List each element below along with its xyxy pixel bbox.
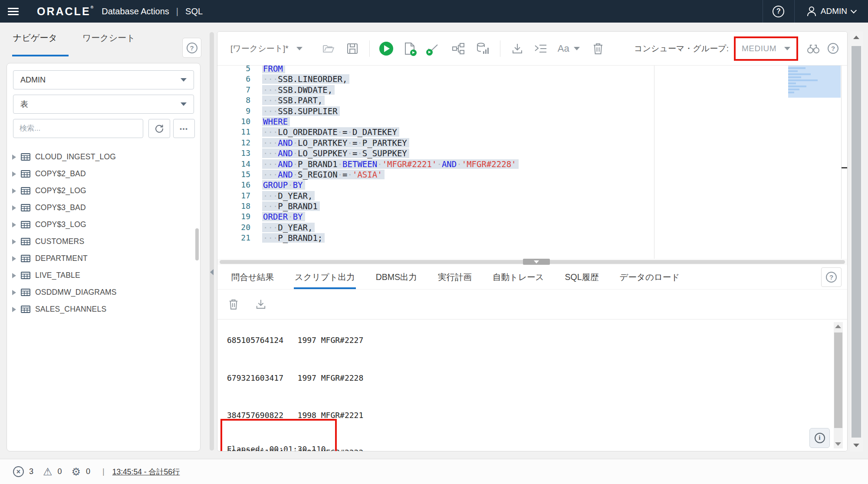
code-line[interactable]: 9 ···SSB.SUPPLIER	[217, 106, 847, 116]
consumer-group-caret-icon[interactable]	[784, 47, 790, 50]
save-icon[interactable]	[347, 43, 358, 54]
object-type-select[interactable]: 表	[13, 95, 194, 114]
code-line[interactable]: 13 ···AND·LO_SUPPKEY·=·S_SUPPKEY	[217, 148, 847, 158]
table-tree-item[interactable]: COPY$3_LOG	[7, 216, 194, 233]
expand-caret-icon[interactable]	[12, 290, 16, 295]
results-tab[interactable]: 実行計画	[437, 265, 473, 289]
table-tree-item[interactable]: COPY$2_LOG	[7, 182, 194, 199]
code-line[interactable]: 12 ···AND·LO_PARTKEY·=·P_PARTKEY	[217, 138, 847, 148]
more-options-button[interactable]	[173, 119, 195, 138]
scrollbar-thumb[interactable]	[834, 333, 842, 428]
panel-splitter-horizontal[interactable]	[217, 259, 847, 265]
results-tab[interactable]: SQL履歴	[564, 265, 599, 289]
output-scrollbar[interactable]	[834, 322, 843, 448]
run-script-button[interactable]	[404, 42, 415, 55]
panel-splitter-vertical[interactable]	[209, 31, 214, 451]
font-settings-button[interactable]: Aa	[558, 43, 569, 54]
expand-caret-icon[interactable]	[12, 171, 16, 177]
code-line[interactable]: 18 ···P_BRAND1	[217, 201, 847, 211]
refresh-button[interactable]	[148, 119, 170, 138]
last-execution-link[interactable]: 13:45:54 - 合計56行	[112, 467, 180, 477]
user-name: ADMIN	[821, 7, 847, 16]
table-tree-item[interactable]: LIVE_TABLE	[7, 267, 194, 284]
worksheet-menu-caret-icon[interactable]	[296, 47, 302, 50]
code-line[interactable]: 5 FROM	[217, 66, 847, 74]
code-line[interactable]: 17 ···D_YEAR,	[217, 191, 847, 201]
collapse-panel-handle-icon[interactable]	[210, 269, 214, 275]
results-tab[interactable]: スクリプト出力	[294, 265, 356, 289]
collapse-results-handle[interactable]	[523, 259, 550, 265]
explain-plan-chart-button[interactable]	[427, 43, 439, 55]
table-tree-item[interactable]: DEPARTMENT	[7, 250, 194, 267]
scroll-down-icon[interactable]	[853, 444, 859, 447]
expand-caret-icon[interactable]	[12, 188, 16, 194]
consumer-group-select[interactable]: MEDIUM	[742, 44, 776, 53]
schema-select[interactable]: ADMIN	[13, 70, 194, 89]
scroll-down-icon[interactable]	[835, 442, 841, 446]
search-input[interactable]	[13, 119, 143, 138]
run-statement-button[interactable]	[379, 42, 393, 56]
hamburger-menu-icon[interactable]	[8, 8, 19, 15]
table-icon	[21, 204, 30, 211]
editor-minimap[interactable]	[788, 66, 841, 98]
code-line[interactable]: 10 WHERE	[217, 116, 847, 127]
tab-navigator[interactable]: ナビゲータ	[13, 32, 57, 44]
sidebar-help-button[interactable]	[182, 38, 201, 58]
open-file-icon[interactable]	[322, 43, 335, 54]
table-tree-item[interactable]: SALES_CHANNELS	[7, 301, 194, 318]
table-tree-item[interactable]: COPY$3_BAD	[7, 199, 194, 216]
page-scrollbar[interactable]	[850, 31, 863, 451]
editor-scroll-marker[interactable]	[842, 167, 847, 168]
results-help-button[interactable]	[821, 267, 842, 287]
expand-caret-icon[interactable]	[12, 155, 16, 160]
download-icon[interactable]	[512, 43, 523, 54]
results-tab[interactable]: データのロード	[619, 265, 681, 289]
expand-caret-icon[interactable]	[12, 222, 16, 227]
header-help-button[interactable]	[763, 6, 794, 17]
code-line[interactable]: 14 ···AND·P_BRAND1·BETWEEN·'MFGR#2221'·A…	[217, 159, 847, 169]
code-line[interactable]: 7 ···SSB.DWDATE,	[217, 85, 847, 95]
statusbar-separator: |	[102, 467, 105, 476]
table-tree-item[interactable]: OSDDMW_DIAGRAMS	[7, 284, 194, 301]
scrollbar-thumb[interactable]	[852, 46, 861, 438]
expand-caret-icon[interactable]	[12, 273, 16, 278]
code-line[interactable]: 6 ···SSB.LINEORDER,	[217, 74, 847, 84]
script-output-area[interactable]: 685105764124 1997 MFGR#2227 679321603417…	[217, 319, 847, 451]
tab-worksheet[interactable]: ワークシート	[82, 32, 135, 44]
format-code-icon[interactable]	[534, 43, 547, 54]
clear-output-trash-icon[interactable]	[229, 299, 238, 310]
worksheet-name[interactable]: [ワークシート]*	[230, 43, 289, 54]
code-line[interactable]: 20 ···D_YEAR,	[217, 222, 847, 233]
results-tab[interactable]: 自動トレース	[492, 265, 545, 289]
results-tab[interactable]: DBMS出力	[375, 265, 418, 289]
sql-editor[interactable]: 5 FROM 6 ···SSB.LINEORDER, 7 ···SSB.DWDA…	[217, 66, 847, 259]
code-line[interactable]: 15 ···AND·S_REGION·=·'ASIA'	[217, 169, 847, 180]
table-tree-item[interactable]: CUSTOMERS	[7, 233, 194, 250]
expand-caret-icon[interactable]	[12, 205, 16, 211]
autotrace-icon[interactable]	[477, 43, 489, 55]
code-line[interactable]: 16 GROUP·BY	[217, 180, 847, 190]
table-tree-item[interactable]: CLOUD_INGEST_LOG	[7, 148, 194, 165]
find-binoculars-icon[interactable]	[807, 43, 820, 54]
worksheet-help-button[interactable]	[828, 43, 838, 54]
results-tab[interactable]: 問合せ結果	[230, 265, 275, 289]
font-settings-caret-icon[interactable]	[574, 47, 580, 50]
code-line[interactable]: 21 ···P_BRAND1;	[217, 233, 847, 243]
expand-caret-icon[interactable]	[12, 239, 16, 244]
expand-caret-icon[interactable]	[12, 307, 16, 312]
expand-caret-icon[interactable]	[12, 256, 16, 261]
user-menu[interactable]: ADMIN	[795, 6, 868, 16]
sidebar-scrollbar[interactable]	[195, 228, 199, 260]
table-tree-item[interactable]: COPY$2_BAD	[7, 165, 194, 182]
code-line[interactable]: 19 ORDER·BY	[217, 211, 847, 222]
scroll-up-icon[interactable]	[835, 325, 841, 328]
code-line[interactable]: 11 ···LO_ORDERDATE·=·D_DATEKEY	[217, 127, 847, 137]
download-output-icon[interactable]	[256, 299, 266, 309]
selected-code-text: ···SSB.DWDATE,	[262, 85, 335, 95]
scroll-up-icon[interactable]	[853, 36, 859, 39]
output-info-button[interactable]	[809, 428, 830, 448]
trash-icon[interactable]	[593, 43, 603, 55]
explain-plan-tree-icon[interactable]	[452, 43, 464, 54]
code-line[interactable]: 8 ···SSB.PART,	[217, 95, 847, 105]
line-number: 19	[217, 211, 250, 222]
